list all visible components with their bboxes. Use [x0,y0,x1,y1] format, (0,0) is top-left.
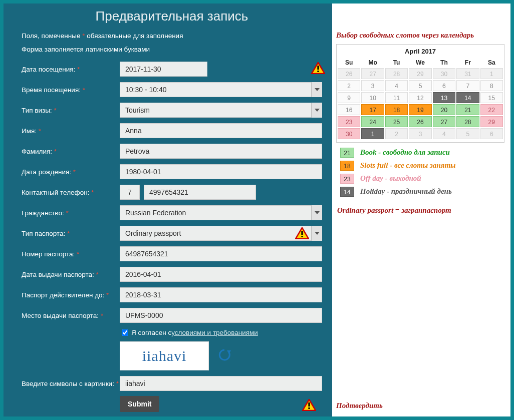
cal-day[interactable]: 3 [361,80,384,91]
label-first-name: Имя: [22,127,39,135]
citizenship-select[interactable] [120,205,322,220]
cal-day[interactable]: 11 [385,92,408,103]
annot-submit: Подтвердить [336,401,383,410]
cal-day[interactable]: 2 [385,128,408,139]
cal-day[interactable]: 27 [433,116,455,127]
label-phone: Контактный телефон: [22,189,91,196]
label-visit-date: Дата посещения: [22,66,77,73]
annot-calendar-header: Выбор свободных слотов через календарь [336,31,504,40]
calendar-legend: 21 Book - свободно для записи 18 Slots f… [340,148,504,197]
legend-key-book: 21 [340,148,354,158]
cal-day[interactable]: 25 [385,116,408,127]
cal-day[interactable]: 6 [433,80,455,91]
label-passport-type: Тип паспорта: [22,230,67,237]
cal-day[interactable]: 5 [409,80,431,91]
cal-day[interactable]: 16 [338,104,360,115]
last-name-input[interactable] [120,144,322,159]
label-passport-expiry: Паспорт действителен до: [22,291,106,299]
passport-expiry-input[interactable] [120,287,322,302]
cal-day[interactable]: 31 [456,68,479,79]
latin-note: Форма заполняется латинскими буквами [22,46,322,53]
legend-key-off: 23 [340,174,354,184]
cal-day[interactable]: 30 [338,128,360,139]
cal-day[interactable]: 17 [361,104,384,115]
legend-text-full: Slots full - все слоты заняты [360,161,455,170]
cal-day[interactable]: 28 [456,116,479,127]
visit-date-input[interactable] [120,62,207,77]
consent-text: Я согласен с [131,329,171,336]
label-passport-no: Номер паспорта: [22,250,77,258]
cal-day[interactable]: 6 [480,128,503,139]
phone-code-input[interactable] [120,185,140,200]
cal-dow: Sa [480,58,503,67]
legend-key-full: 18 [340,161,354,171]
cal-dow: Th [433,58,455,67]
annotation-panel: Выбор свободных слотов через календарь A… [332,4,510,416]
cal-day[interactable]: 22 [480,104,503,115]
cal-dow: Mo [361,58,384,67]
cal-day[interactable]: 7 [456,80,479,91]
cal-day[interactable]: 24 [361,116,384,127]
cal-day[interactable]: 4 [433,128,455,139]
page-title: Предварительная запись [22,9,322,24]
cal-dow: Tu [385,58,408,67]
cal-day[interactable]: 23 [338,116,360,127]
submit-button[interactable]: Submit [120,396,159,412]
cal-day[interactable]: 18 [385,104,408,115]
cal-day[interactable]: 1 [361,128,384,139]
legend-text-hol: Holiday - праздничный день [360,187,452,196]
cal-dow: Su [338,58,360,67]
consent-checkbox[interactable] [122,329,128,336]
cal-day[interactable]: 13 [433,92,455,103]
label-last-name: Фамилия: [22,148,54,155]
cal-day[interactable]: 20 [433,104,455,115]
cal-day[interactable]: 14 [456,92,479,103]
cal-dow: We [409,58,431,67]
visa-type-select[interactable] [120,103,322,118]
cal-day[interactable]: 12 [409,92,431,103]
annot-passport: Ordinary passport = загранпаспорт [337,206,504,215]
form-panel: Предварительная запись Поля, помеченные … [4,4,332,416]
label-passport-place: Место выдачи паспорта: [22,312,101,319]
cal-day[interactable]: 4 [385,80,408,91]
cal-day[interactable]: 19 [409,104,431,115]
cal-day[interactable]: 10 [361,92,384,103]
cal-day[interactable]: 29 [480,116,503,127]
label-dob: Дата рождения: [22,168,73,176]
first-name-input[interactable] [120,123,322,138]
passport-type-select[interactable] [120,226,322,241]
cal-day[interactable]: 1 [480,68,503,79]
warning-icon [302,399,316,411]
consent-link[interactable]: условиями и требованиями [171,329,258,336]
cal-day[interactable]: 26 [338,68,360,79]
captcha-image: iiahavi [120,341,209,370]
passport-issue-input[interactable] [120,267,322,282]
passport-place-input[interactable] [120,308,322,323]
cal-day[interactable]: 29 [409,68,431,79]
phone-number-input[interactable] [144,185,256,200]
cal-dow: Fr [456,58,479,67]
label-passport-issue: Дата выдачи паспорта: [22,271,96,278]
cal-day[interactable]: 2 [338,80,360,91]
cal-day[interactable]: 27 [361,68,384,79]
label-visa-type: Тип визы: [22,107,54,114]
calendar-title: April 2017 [338,48,503,55]
required-note: Поля, помеченные * обязательные для запо… [22,32,322,40]
cal-day[interactable]: 28 [385,68,408,79]
cal-day[interactable]: 15 [480,92,503,103]
label-visit-time: Время посещения: [22,86,83,94]
cal-day[interactable]: 3 [409,128,431,139]
cal-day[interactable]: 8 [480,80,503,91]
dob-input[interactable] [120,164,322,179]
captcha-input[interactable] [120,376,322,391]
label-citizenship: Гражданство: [22,209,66,217]
cal-day[interactable]: 9 [338,92,360,103]
legend-text-off: Off day - выходной [360,174,421,183]
refresh-icon[interactable] [218,348,231,363]
passport-no-input[interactable] [120,246,322,261]
visit-time-select[interactable] [120,82,322,97]
cal-day[interactable]: 5 [456,128,479,139]
cal-day[interactable]: 21 [456,104,479,115]
cal-day[interactable]: 30 [433,68,455,79]
cal-day[interactable]: 26 [409,116,431,127]
